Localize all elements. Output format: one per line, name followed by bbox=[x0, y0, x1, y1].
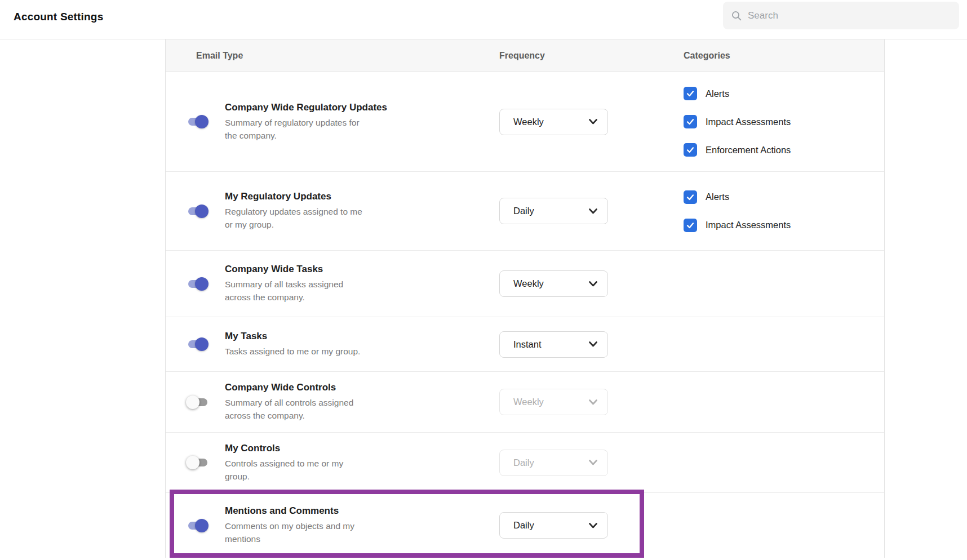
chevron-down-icon bbox=[589, 399, 597, 405]
frequency-value: Weekly bbox=[513, 397, 544, 407]
column-header-categories: Categories bbox=[684, 39, 730, 72]
table-row: Mentions and Comments Comments on my obj… bbox=[166, 493, 884, 558]
toggle-thumb bbox=[195, 115, 209, 128]
frequency-value: Weekly bbox=[513, 278, 544, 289]
email-toggle[interactable] bbox=[187, 277, 209, 291]
email-type-title: Company Wide Regulatory Updates bbox=[225, 102, 387, 113]
frequency-value: Daily bbox=[513, 520, 534, 531]
category-checkbox[interactable] bbox=[684, 190, 697, 204]
frequency-dropdown[interactable]: Weekly bbox=[499, 270, 608, 297]
categories-list: Alerts Impact Assessments Enforcement Ac… bbox=[684, 87, 791, 157]
category-checkbox[interactable] bbox=[684, 87, 697, 100]
column-header-frequency: Frequency bbox=[499, 39, 545, 72]
email-toggle[interactable] bbox=[187, 456, 209, 469]
chevron-down-icon bbox=[589, 119, 597, 125]
frequency-dropdown[interactable]: Daily bbox=[499, 450, 608, 476]
search-box[interactable] bbox=[723, 2, 959, 29]
email-toggle[interactable] bbox=[187, 519, 209, 532]
email-toggle[interactable] bbox=[187, 337, 209, 351]
column-header-email-type: Email Type bbox=[196, 39, 243, 72]
category-label: Enforcement Actions bbox=[706, 145, 791, 155]
chevron-down-icon bbox=[589, 208, 597, 214]
table-row: Company Wide Regulatory Updates Summary … bbox=[166, 72, 884, 172]
email-table-body: Company Wide Regulatory Updates Summary … bbox=[166, 72, 884, 558]
toggle-thumb bbox=[186, 395, 199, 409]
chevron-down-icon bbox=[589, 341, 597, 347]
top-bar: Account Settings bbox=[0, 0, 967, 39]
email-type-description: Controls assigned to me or my group. bbox=[225, 457, 343, 483]
toggle-thumb bbox=[195, 337, 209, 351]
email-type-title: My Tasks bbox=[225, 331, 360, 342]
table-row: My Tasks Tasks assigned to me or my grou… bbox=[166, 317, 884, 372]
search-input[interactable] bbox=[748, 10, 951, 21]
email-toggle[interactable] bbox=[187, 115, 209, 128]
category-item: Impact Assessments bbox=[684, 115, 791, 128]
toggle-thumb bbox=[186, 456, 199, 469]
email-type-description: Tasks assigned to me or my group. bbox=[225, 345, 360, 358]
category-label: Alerts bbox=[706, 192, 729, 202]
category-label: Impact Assessments bbox=[706, 220, 791, 230]
frequency-dropdown[interactable]: Daily bbox=[499, 198, 608, 224]
email-type-description: Summary of all tasks assigned across the… bbox=[225, 278, 343, 304]
email-type-title: My Controls bbox=[225, 443, 343, 454]
chevron-down-icon bbox=[589, 460, 597, 465]
email-type-description: Summary of regulatory updates for the co… bbox=[225, 116, 387, 142]
checkmark-icon bbox=[686, 193, 695, 202]
frequency-dropdown[interactable]: Weekly bbox=[499, 109, 608, 135]
chevron-down-icon bbox=[589, 281, 597, 287]
table-row: My Regulatory Updates Regulatory updates… bbox=[166, 172, 884, 251]
checkmark-icon bbox=[686, 117, 695, 126]
email-type-title: My Regulatory Updates bbox=[225, 191, 362, 202]
table-header: Email Type Frequency Categories bbox=[166, 39, 884, 72]
email-type-title: Mentions and Comments bbox=[225, 505, 354, 517]
checkmark-icon bbox=[686, 145, 695, 154]
chevron-down-icon bbox=[589, 523, 597, 528]
email-type-title: Company Wide Tasks bbox=[225, 264, 343, 275]
toggle-thumb bbox=[195, 519, 209, 532]
category-item: Alerts bbox=[684, 87, 791, 100]
frequency-value: Instant bbox=[513, 339, 542, 350]
category-checkbox[interactable] bbox=[684, 115, 697, 128]
categories-list: Alerts Impact Assessments bbox=[684, 190, 791, 232]
frequency-dropdown[interactable]: Daily bbox=[499, 512, 608, 539]
category-checkbox[interactable] bbox=[684, 143, 697, 157]
category-item: Alerts bbox=[684, 190, 791, 204]
frequency-dropdown[interactable]: Instant bbox=[499, 331, 608, 358]
frequency-dropdown[interactable]: Weekly bbox=[499, 389, 608, 415]
email-settings-table: Email Type Frequency Categories Company … bbox=[165, 39, 885, 558]
category-label: Alerts bbox=[706, 88, 729, 99]
email-type-title: Company Wide Controls bbox=[225, 382, 353, 393]
page-title: Account Settings bbox=[14, 0, 103, 34]
checkmark-icon bbox=[686, 221, 695, 230]
table-row: Company Wide Controls Summary of all con… bbox=[166, 372, 884, 433]
table-row: My Controls Controls assigned to me or m… bbox=[166, 433, 884, 493]
search-icon bbox=[731, 10, 742, 21]
category-label: Impact Assessments bbox=[706, 117, 791, 127]
frequency-value: Weekly bbox=[513, 117, 544, 127]
email-type-description: Comments on my objects and my mentions bbox=[225, 519, 354, 545]
toggle-thumb bbox=[195, 205, 209, 218]
frequency-value: Daily bbox=[513, 206, 534, 216]
email-type-description: Regulatory updates assigned to me or my … bbox=[225, 205, 362, 231]
email-type-description: Summary of all controls assigned across … bbox=[225, 396, 353, 422]
category-item: Impact Assessments bbox=[684, 219, 791, 232]
email-toggle[interactable] bbox=[187, 205, 209, 218]
category-checkbox[interactable] bbox=[684, 219, 697, 232]
category-item: Enforcement Actions bbox=[684, 143, 791, 157]
toggle-thumb bbox=[195, 277, 209, 291]
email-toggle[interactable] bbox=[187, 395, 209, 409]
frequency-value: Daily bbox=[513, 457, 534, 468]
table-row: Company Wide Tasks Summary of all tasks … bbox=[166, 251, 884, 317]
checkmark-icon bbox=[686, 89, 695, 98]
